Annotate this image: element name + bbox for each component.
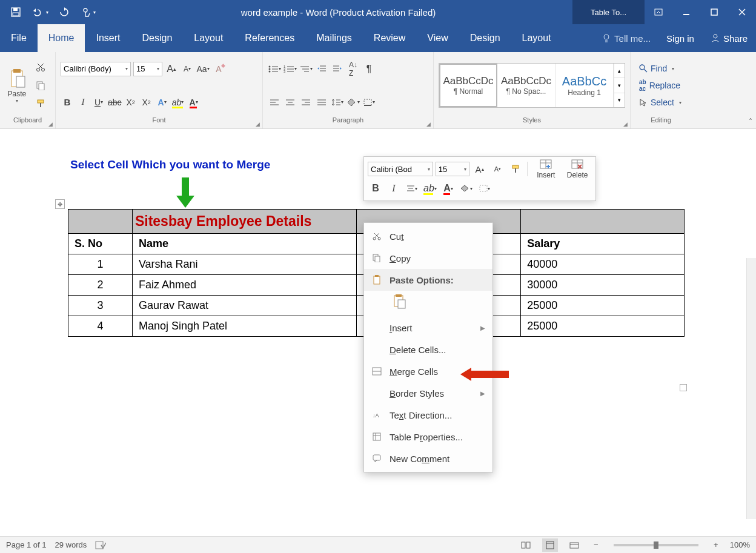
mini-shrink-font[interactable]: A▾ — [489, 161, 505, 177]
text-effects-button[interactable]: A▾ — [156, 95, 169, 110]
numbering-button[interactable]: 123▾ — [284, 62, 297, 76]
collapse-ribbon-button[interactable]: ˄ — [749, 118, 752, 126]
bullets-button[interactable]: ▾ — [268, 62, 281, 76]
sort-button[interactable]: A↓Z — [346, 62, 360, 76]
document-area[interactable]: Select Cell Which you want to Merge ✥ Si… — [0, 129, 756, 536]
mini-delete-button[interactable]: Delete — [563, 159, 592, 179]
page-indicator[interactable]: Page 1 of 1 — [6, 540, 47, 549]
menu-table-properties[interactable]: Table Properties... — [364, 426, 492, 448]
mini-grow-font[interactable]: A▴ — [472, 161, 488, 177]
repeat-button[interactable] — [52, 0, 76, 24]
menu-cut[interactable]: Cut — [364, 225, 492, 247]
mini-font-size[interactable]: 15▾ — [436, 162, 469, 176]
paragraph-dialog-launcher[interactable]: ◢ — [426, 121, 431, 127]
borders-button[interactable]: ▾ — [362, 95, 376, 110]
mini-borders[interactable]: ▾ — [477, 180, 492, 196]
save-button[interactable] — [4, 0, 28, 24]
paste-keep-source[interactable] — [391, 293, 408, 310]
format-painter-button[interactable] — [34, 96, 47, 111]
tab-home[interactable]: Home — [38, 24, 85, 52]
cut-button[interactable] — [34, 60, 47, 75]
ribbon-display-options[interactable] — [645, 0, 672, 24]
clear-formatting-button[interactable]: A◆ — [212, 62, 225, 76]
mini-highlight[interactable]: ab▾ — [422, 180, 438, 196]
style-normal[interactable]: AaBbCcDc ¶ Normal — [439, 64, 497, 107]
style-heading-1[interactable]: AaBbCc Heading 1 — [555, 64, 614, 107]
font-name-input[interactable]: Calibri (Body)▾ — [61, 62, 131, 76]
mini-italic[interactable]: I — [386, 180, 402, 196]
align-left-button[interactable] — [268, 95, 281, 110]
menu-insert[interactable]: Insert ▶ — [364, 317, 492, 339]
touch-mode-button[interactable]: ▾ — [76, 0, 101, 24]
menu-delete-cells[interactable]: Delete Cells... — [364, 339, 492, 360]
tab-file[interactable]: File — [0, 24, 38, 52]
gallery-up-button[interactable]: ▴ — [614, 64, 625, 78]
increase-indent-button[interactable] — [331, 62, 344, 76]
italic-button[interactable]: I — [76, 95, 90, 110]
table-resize-handle[interactable] — [680, 384, 687, 391]
shrink-font-button[interactable]: A▾ — [181, 62, 194, 76]
highlight-button[interactable]: ab▾ — [171, 95, 185, 110]
clipboard-dialog-launcher[interactable]: ◢ — [48, 121, 53, 127]
styles-dialog-launcher[interactable]: ◢ — [623, 121, 628, 127]
strikethrough-button[interactable]: abc — [108, 95, 122, 110]
paste-split-button[interactable]: Paste ▾ — [8, 55, 27, 116]
justify-button[interactable] — [315, 95, 328, 110]
select-button[interactable]: Select▾ — [635, 94, 686, 110]
zoom-in-button[interactable]: + — [711, 540, 721, 549]
tab-view[interactable]: View — [416, 24, 459, 52]
col-header-name[interactable]: Name — [132, 234, 356, 254]
font-color-button[interactable]: A▾ — [187, 95, 201, 110]
tab-insert[interactable]: Insert — [85, 24, 131, 52]
table-title[interactable]: Sitesbay Employee Details — [132, 210, 356, 234]
word-count[interactable]: 29 words — [55, 540, 87, 549]
show-marks-button[interactable]: ¶ — [362, 62, 376, 76]
subscript-button[interactable]: X2 — [124, 95, 138, 110]
styles-gallery[interactable]: AaBbCcDc ¶ Normal AaBbCcDc ¶ No Spac... … — [439, 63, 625, 108]
menu-new-comment[interactable]: New Comment — [364, 448, 492, 469]
undo-button[interactable]: ▾ — [28, 0, 52, 24]
underline-button[interactable]: U▾ — [92, 95, 105, 110]
spellcheck-icon[interactable] — [95, 540, 106, 550]
font-size-input[interactable]: 15▾ — [133, 62, 162, 76]
tab-references[interactable]: References — [234, 24, 305, 52]
gallery-more-button[interactable]: ▾ — [614, 93, 625, 107]
menu-text-direction[interactable]: ↓A Text Direction... — [364, 404, 492, 426]
share-button[interactable]: Share — [703, 33, 756, 44]
zoom-out-button[interactable]: − — [591, 540, 602, 549]
line-spacing-button[interactable]: ▾ — [331, 95, 344, 110]
superscript-button[interactable]: X2 — [140, 95, 153, 110]
zoom-slider[interactable] — [614, 544, 698, 546]
align-center-button[interactable] — [284, 95, 297, 110]
tab-design[interactable]: Design — [131, 24, 183, 52]
mini-bold[interactable]: B — [368, 180, 383, 196]
vertical-scrollbar[interactable] — [746, 258, 756, 519]
mini-font-color[interactable]: A▾ — [440, 180, 456, 196]
web-layout-button[interactable] — [566, 538, 582, 552]
mini-align[interactable]: ▾ — [404, 180, 420, 196]
replace-button[interactable]: abacReplace — [635, 78, 686, 93]
style-no-spacing[interactable]: AaBbCcDc ¶ No Spac... — [497, 64, 555, 107]
shading-button[interactable]: ▾ — [346, 95, 360, 110]
mini-shading[interactable]: ▾ — [459, 180, 474, 196]
tell-me-search[interactable]: Tell me... — [595, 33, 658, 44]
read-mode-button[interactable] — [518, 538, 534, 552]
col-header-sno[interactable]: S. No — [68, 234, 133, 254]
multilevel-list-button[interactable]: ▾ — [299, 62, 313, 76]
print-layout-button[interactable] — [542, 538, 558, 552]
col-header-salary[interactable]: Salary — [521, 234, 685, 254]
gallery-down-button[interactable]: ▾ — [614, 78, 625, 92]
tab-table-layout[interactable]: Layout — [511, 24, 562, 52]
mini-font-name[interactable]: Calibri (Bod▾ — [368, 162, 433, 176]
table-move-handle[interactable]: ✥ — [55, 199, 65, 209]
zoom-level[interactable]: 100% — [730, 540, 750, 549]
align-right-button[interactable] — [299, 95, 313, 110]
change-case-button[interactable]: Aa▾ — [196, 62, 210, 76]
mini-format-painter[interactable] — [508, 161, 523, 177]
tab-layout[interactable]: Layout — [183, 24, 234, 52]
menu-border-styles[interactable]: Border Styles ▶ — [364, 382, 492, 404]
close-button[interactable] — [728, 0, 756, 24]
tab-review[interactable]: Review — [363, 24, 416, 52]
tab-mailings[interactable]: Mailings — [305, 24, 363, 52]
grow-font-button[interactable]: A▴ — [165, 62, 178, 76]
